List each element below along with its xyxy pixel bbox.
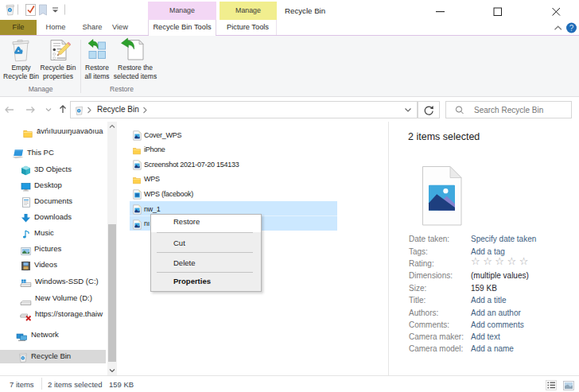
svg-text:?: ? <box>569 24 574 33</box>
